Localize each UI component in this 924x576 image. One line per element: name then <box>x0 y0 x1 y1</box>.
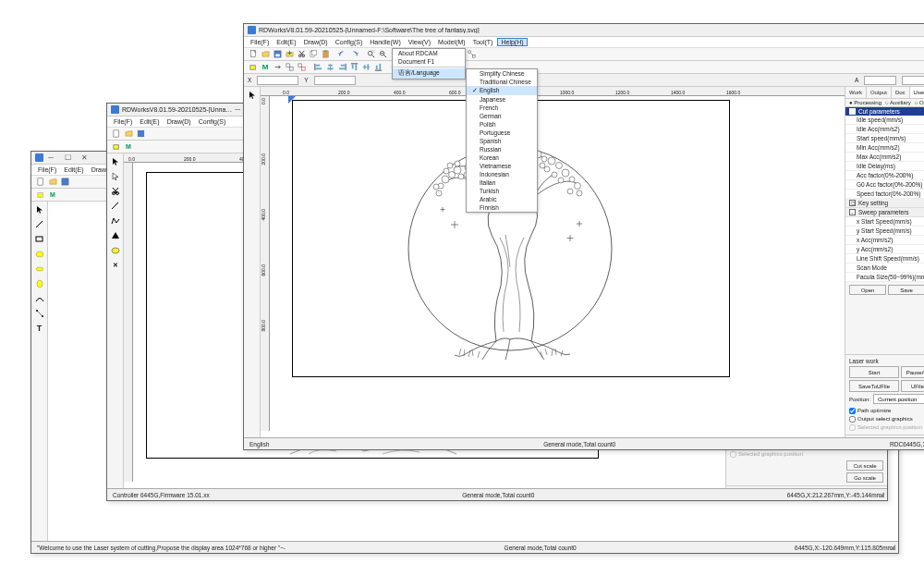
tool-line[interactable] <box>109 200 122 213</box>
toolbar-open[interactable] <box>123 129 134 140</box>
param-row[interactable]: Line Shift Speed(mm/s)100.000 <box>845 254 924 263</box>
param-row[interactable]: Scan ModeCommon Mode <box>845 263 924 273</box>
param-row[interactable]: Speed factor(0%-200%)100 <box>845 190 924 199</box>
btn-saveufile[interactable]: SaveToUFile <box>849 380 899 392</box>
lang-item[interactable]: French <box>467 104 537 112</box>
lang-item[interactable]: Traditional Chinese <box>467 78 537 86</box>
param-row[interactable]: G0 Acc factor(0%-200%)100 <box>845 180 924 190</box>
param-row[interactable]: Facula Size(50~99%)(mm)98.000 <box>845 273 924 282</box>
menu-handle[interactable]: Handle(W) <box>367 39 403 45</box>
param-row[interactable]: x Acc(mm/s2)10000.000 <box>845 236 924 245</box>
cut-scale-btn[interactable]: Cut scale <box>846 460 883 471</box>
tool-ellipse2[interactable] <box>33 263 46 276</box>
tool-select[interactable] <box>109 155 122 168</box>
lang-item[interactable]: Vietnamese <box>467 162 537 170</box>
toolbar-zoom-out[interactable] <box>377 49 388 60</box>
tool-triangle[interactable] <box>109 229 122 242</box>
toolbar-new[interactable] <box>111 129 122 140</box>
menu-model[interactable]: Model(M) <box>435 39 468 45</box>
tool-rect-icon[interactable] <box>111 141 122 153</box>
align-left[interactable] <box>312 62 323 73</box>
menu-file[interactable]: File(F) <box>248 39 272 45</box>
tab-doc[interactable]: Doc <box>892 87 910 98</box>
menu-file[interactable]: File(F) <box>111 118 135 125</box>
param-row[interactable]: Idle speed(mm/s)200.000 <box>845 116 924 125</box>
lang-item[interactable]: Russian <box>467 145 537 153</box>
tool-node[interactable] <box>33 307 46 320</box>
lang-item[interactable]: Japanese <box>467 95 537 104</box>
toolbar-save[interactable] <box>59 177 70 188</box>
align-top[interactable] <box>348 62 359 73</box>
lang-item[interactable]: Polish <box>467 120 537 129</box>
toolbar-save[interactable] <box>135 129 146 140</box>
lang-item[interactable]: Simplify Chinese <box>467 69 537 78</box>
toolbar-cut[interactable] <box>296 49 307 60</box>
align-bottom[interactable] <box>372 62 383 73</box>
btn-save[interactable]: Save <box>888 285 924 295</box>
menu-config[interactable]: Config(S) <box>333 39 366 45</box>
lang-item[interactable]: Turkish <box>467 187 537 195</box>
btn-open[interactable]: Open <box>849 285 886 295</box>
menu-draw[interactable]: Draw(D) <box>301 39 331 45</box>
input-y[interactable] <box>314 76 356 85</box>
subtab-auxiliary[interactable]: ○ Auxiliary <box>885 100 911 105</box>
tab-user[interactable]: User <box>910 87 924 98</box>
tool-ungroup[interactable] <box>296 62 307 73</box>
toolbar-new[interactable] <box>35 177 46 188</box>
tool-line[interactable] <box>33 218 46 231</box>
close-button[interactable]: ✕ <box>79 153 89 162</box>
tool-polygon[interactable] <box>33 277 46 290</box>
tool-group[interactable] <box>284 62 295 73</box>
menu-language[interactable]: 语言/Language <box>393 68 465 79</box>
tool-polyline[interactable] <box>109 214 122 227</box>
toolbar-redo[interactable] <box>348 49 359 60</box>
input-a[interactable] <box>864 76 896 85</box>
param-row[interactable]: Start speed(mm/s)20.000 <box>845 134 924 143</box>
tool-rect-y[interactable] <box>248 62 259 73</box>
tool-rect[interactable] <box>33 233 46 246</box>
lang-item[interactable]: ✓English <box>467 86 537 95</box>
param-row[interactable]: Acc factor(0%-200%)100 <box>845 171 924 180</box>
min-button[interactable]: ─ <box>233 105 242 114</box>
tool-text[interactable]: T <box>33 322 46 335</box>
align-right[interactable] <box>336 62 347 73</box>
tool-rect-icon[interactable] <box>35 190 46 201</box>
position-select[interactable]: Current position <box>873 394 924 404</box>
toolbar-import[interactable] <box>284 49 295 60</box>
btn-pause[interactable]: Pause/Continue <box>901 366 924 378</box>
tool-select[interactable] <box>246 89 259 102</box>
menu-document[interactable]: Document F1 <box>393 57 465 66</box>
param-row[interactable]: y Acc(mm/s2)3000.000 <box>845 245 924 254</box>
param-row[interactable]: x Start Speed(mm/s)10.000 <box>845 217 924 227</box>
menu-about[interactable]: About RDCAM <box>393 49 465 57</box>
sweep-params-header[interactable]: −Sweep parameters <box>845 208 924 217</box>
lang-item[interactable]: Arabic <box>467 195 537 203</box>
param-row[interactable]: Min Acc(mm/s2)400.000 <box>845 143 924 153</box>
tool-ellipse3[interactable] <box>109 244 122 257</box>
tool-close-x[interactable]: ✕ <box>109 259 122 272</box>
tool-select[interactable] <box>33 203 46 216</box>
lang-item[interactable]: Italian <box>467 178 537 187</box>
btn-ufileout[interactable]: UFileOutput <box>901 380 924 392</box>
go-scale-btn[interactable]: Go scale <box>846 472 883 483</box>
lang-item[interactable]: Finnish <box>467 203 537 212</box>
input-x[interactable] <box>257 76 298 85</box>
min-button[interactable]: ─ <box>46 153 55 162</box>
menu-edit[interactable]: Edit(E) <box>137 118 162 125</box>
toolbar-open[interactable] <box>47 177 58 188</box>
tool-m-green[interactable]: M <box>260 62 271 73</box>
cut-params-header[interactable]: Cut parameters <box>845 107 924 116</box>
max-button[interactable]: ☐ <box>63 153 72 162</box>
output-select-check[interactable]: Output select graphics <box>849 415 924 423</box>
input-b[interactable] <box>902 76 924 85</box>
tool-arrow[interactable] <box>272 62 283 73</box>
menu-file[interactable]: File(F) <box>35 166 59 173</box>
tool-ellipse[interactable] <box>33 248 46 261</box>
param-row[interactable]: Idle Acc(mm/s2)3000.000 <box>845 125 924 134</box>
toolbar-paste[interactable] <box>320 49 331 60</box>
toolbar-zoom-region[interactable] <box>365 49 376 60</box>
btn-start[interactable]: Start <box>849 366 899 378</box>
menu-help[interactable]: Help(H) <box>497 38 527 46</box>
canvas[interactable] <box>270 96 845 431</box>
align-center-v[interactable] <box>360 62 371 73</box>
